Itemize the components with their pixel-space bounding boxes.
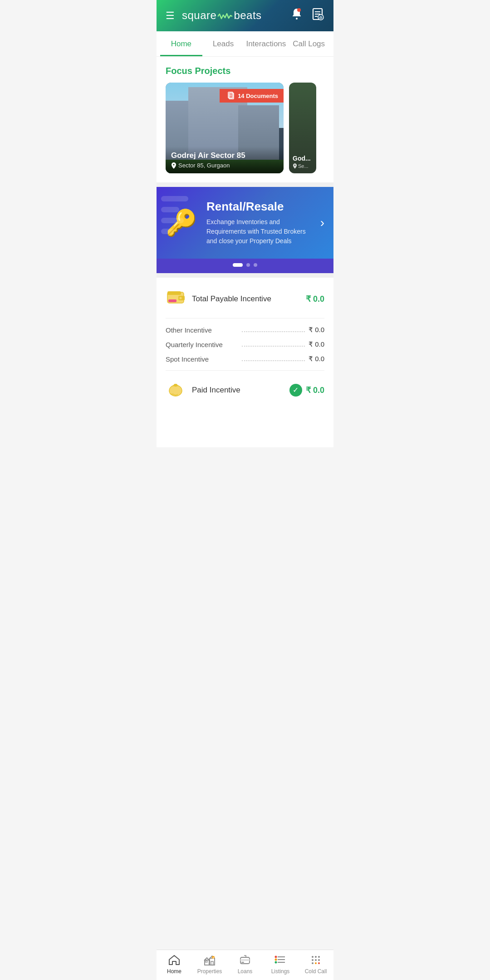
svg-rect-22 [174,384,177,387]
incentive-left: Total Payable Incentive [166,287,271,311]
nav-tabs: Home Leads Interactions Call Logs [157,31,333,57]
other-incentive-label: Other Incentive [166,326,238,334]
other-incentive-amount: ₹ 0.0 [309,326,324,334]
spot-incentive-label: Spot Incentive [166,355,238,363]
quarterly-incentive-row: Quarterly Incentive ₹ 0.0 [166,340,324,348]
card-title-1: Godrej Air Sector 85 [171,151,278,160]
svg-rect-15 [161,229,175,234]
paid-left: Paid Incentive [166,378,240,402]
logo-part2: beats [234,9,261,21]
hamburger-icon[interactable]: ☰ [166,10,175,22]
project-card-2[interactable]: God... Se... [289,83,316,173]
wallet-icon [166,287,186,311]
incentive-total-label: Total Payable Incentive [192,294,271,304]
app-logo: square beats [182,9,262,23]
spot-incentive-amount: ₹ 0.0 [309,355,324,363]
spacer-bottom [157,411,333,447]
paid-incentive-amount: ₹ 0.0 [306,385,324,395]
rental-desc: Exchange Inventories and Requirements wi… [206,217,311,246]
docs-badge-1: 14 Documents [220,89,284,103]
card-info-1: Godrej Air Sector 85 Sector 85, Gurgaon [166,147,284,173]
dot-2 [254,263,257,267]
tab-calllogs[interactable]: Call Logs [288,31,330,56]
tab-leads[interactable]: Leads [202,31,245,56]
header-left: ☰ square beats [166,9,262,23]
incentive-details: Other Incentive ₹ 0.0 Quarterly Incentiv… [166,318,324,371]
svg-point-1 [297,8,301,12]
svg-rect-14 [161,218,184,223]
svg-rect-13 [161,207,179,212]
logo-part1: square [182,9,216,21]
card-location-1: Sector 85, Gurgaon [171,162,278,169]
incentive-header: Total Payable Incentive ₹ 0.0 [166,287,324,318]
projects-scroll[interactable]: 14 Documents Godrej Air Sector 85 Sector… [157,83,333,182]
paid-incentive-row: Paid Incentive ✓ ₹ 0.0 [166,371,324,402]
dots-2 [242,342,305,347]
rental-arrow-icon: › [320,216,324,230]
quarterly-incentive-label: Quarterly Incentive [166,341,238,348]
dots-3 [242,357,305,361]
logo-wave-icon [218,10,232,22]
svg-text:⏱: ⏱ [319,16,323,20]
reports-button[interactable]: ⏱ [311,7,324,24]
header-icons: ⏱ [290,7,324,24]
money-bag-icon [166,378,186,402]
tab-interactions[interactable]: Interactions [244,31,288,56]
rental-text: Rental/Resale Exchange Inventories and R… [206,200,311,246]
svg-point-26 [173,392,178,395]
divider-2 [157,273,333,278]
section-title-focus: Focus Projects [157,57,333,83]
tab-home[interactable]: Home [160,31,202,56]
rental-title: Rental/Resale [206,200,311,214]
incentive-section: Total Payable Incentive ₹ 0.0 Other Ince… [157,278,333,411]
card-2-loc: Se... [293,163,313,169]
rental-banner[interactable]: 🔑 Rental/Resale Exchange Inventories and… [157,187,333,259]
notification-button[interactable] [290,7,304,24]
quarterly-incentive-amount: ₹ 0.0 [309,340,324,348]
main-content: Focus Projects 14 Documents [157,57,333,447]
svg-point-0 [296,18,298,20]
paid-right: ✓ ₹ 0.0 [289,384,324,397]
dot-1 [246,263,250,267]
banner-dots [157,259,333,273]
svg-rect-20 [168,299,176,302]
paid-incentive-label: Paid Incentive [192,386,240,395]
spot-incentive-row: Spot Incentive ₹ 0.0 [166,355,324,363]
card-2-title: God... [293,155,313,162]
divider-1 [157,182,333,187]
dot-active [233,263,243,267]
incentive-total-amount: ₹ 0.0 [306,294,324,304]
other-incentive-row: Other Incentive ₹ 0.0 [166,326,324,334]
svg-rect-12 [161,196,188,201]
project-card-1[interactable]: 14 Documents Godrej Air Sector 85 Sector… [166,83,284,173]
svg-point-19 [180,297,182,299]
dots-1 [242,328,305,332]
svg-rect-17 [167,291,181,295]
check-circle-icon: ✓ [289,384,302,397]
app-header: ☰ square beats ⏱ [157,0,333,31]
